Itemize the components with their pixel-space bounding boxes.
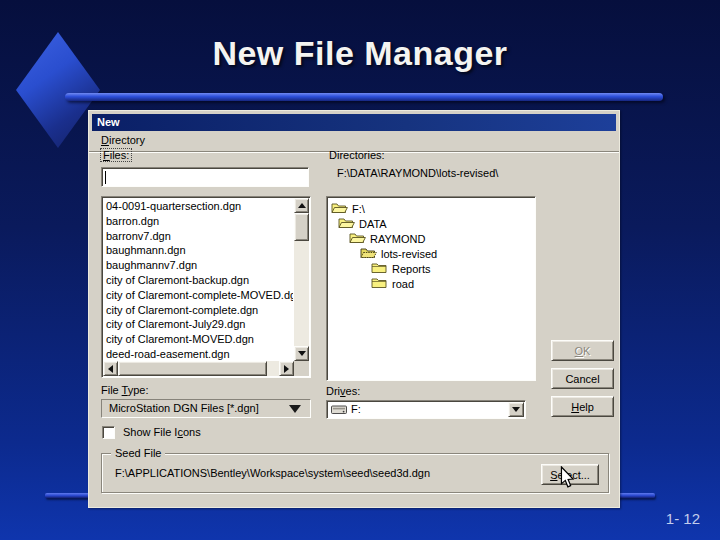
folder-open-icon (349, 231, 366, 246)
help-button[interactable]: Help (551, 396, 614, 417)
file-list-item[interactable]: city of Claremont-complete-MOVED.dgn (104, 288, 293, 303)
scroll-left-button[interactable] (103, 361, 118, 376)
files-label-text: iles: (110, 149, 130, 161)
title-underline-bar (65, 93, 663, 101)
file-type-label: File Type: (101, 384, 149, 396)
page-title: New File Manager (0, 34, 720, 73)
files-input-wrap (101, 167, 309, 187)
dialog-title: New (97, 116, 120, 128)
tree-item-data[interactable]: DATA (338, 216, 387, 231)
show-file-icons-checkbox[interactable] (102, 426, 115, 439)
files-input[interactable] (102, 168, 308, 186)
sfi-label-post: ons (183, 426, 201, 438)
ok-label-post: K (583, 345, 590, 357)
files-label-accel: F (103, 149, 110, 161)
vertical-scrollbar[interactable] (294, 198, 309, 361)
mouse-cursor-icon (560, 466, 575, 493)
file-list-item[interactable]: 04-0091-quartersection.dgn (104, 199, 293, 214)
dialog-titlebar[interactable]: New (92, 114, 616, 131)
file-list-item[interactable]: barronv7.dgn (104, 229, 293, 244)
folder-open-icon (331, 201, 348, 216)
folder-closed-icon (371, 261, 388, 276)
menu-directory-label: irectory (109, 134, 145, 146)
tree-item-label: lots-revised (381, 248, 437, 260)
tree-item-road[interactable]: road (371, 276, 414, 291)
file-list-item[interactable]: city of Claremont-MOVED.dgn (104, 332, 293, 347)
tree-item-drive-root[interactable]: F:\ (331, 201, 365, 216)
directories-path: F:\DATA\RAYMOND\lots-revised\ (337, 167, 498, 179)
scrollbar-corner (294, 361, 309, 376)
down-arrow-icon (298, 351, 306, 356)
ok-button[interactable]: OK (551, 340, 614, 361)
tree-item-label: Reports (392, 263, 431, 275)
tree-item-label: RAYMOND (370, 233, 425, 245)
up-arrow-icon (298, 203, 306, 208)
drive-icon (331, 405, 347, 417)
cancel-label: Cancel (565, 373, 599, 385)
folder-open-current-icon (360, 246, 377, 261)
file-list-item[interactable]: city of Claremont-complete.dgn (104, 303, 293, 318)
files-label-wrap: Files: (100, 149, 132, 161)
new-file-dialog: New Directory Files: 04-0091-quartersect… (88, 110, 620, 508)
menu-directory-accel: D (101, 134, 109, 146)
drives-value: F: (351, 401, 361, 418)
tree-item-label: road (392, 278, 414, 290)
tree-item-label: F:\ (352, 203, 365, 215)
scroll-up-button[interactable] (294, 198, 309, 213)
help-label-accel: H (571, 401, 579, 413)
vertical-scroll-thumb[interactable] (294, 213, 309, 241)
seed-file-path: F:\APPLICATIONS\Bentley\Workspace\system… (115, 467, 430, 479)
file-list-item[interactable]: barron.dgn (104, 214, 293, 229)
drives-dropdown-button[interactable] (508, 402, 524, 417)
file-list-item[interactable]: city of Claremont-backup.dgn (104, 273, 293, 288)
file-type-label-post: ype: (128, 384, 149, 396)
right-arrow-icon (284, 365, 289, 373)
file-list-item[interactable]: baughmann.dgn (104, 243, 293, 258)
drives-label: Drives: (326, 385, 360, 397)
drives-combobox[interactable]: F: (326, 400, 526, 419)
dropdown-arrow-icon (289, 405, 301, 413)
dropdown-arrow-icon (512, 407, 520, 412)
show-file-icons-label: Show File Icons (123, 426, 201, 438)
file-type-value: MicroStation DGN Files [*.dgn] (109, 402, 259, 414)
file-type-label-pre: File (101, 384, 122, 396)
files-listbox: 04-0091-quartersection.dgn barron.dgn ba… (101, 196, 311, 378)
slide: New File Manager 1- 12 New Directory Fil… (0, 0, 720, 540)
sfi-label-pre: Show File I (123, 426, 177, 438)
horizontal-scrollbar[interactable] (103, 361, 294, 376)
directories-treebox: F:\ DATA RAYMOND lots-revised Reports ro… (326, 196, 536, 381)
tree-item-lots-revised[interactable]: lots-revised (360, 246, 437, 261)
ok-label-accel: O (575, 345, 584, 357)
page-number: 1- 12 (666, 510, 700, 527)
scroll-right-button[interactable] (279, 361, 294, 376)
file-list-item[interactable]: baughmannv7.dgn (104, 258, 293, 273)
left-arrow-icon (108, 365, 113, 373)
help-label-post: elp (579, 401, 594, 413)
tree-item-reports[interactable]: Reports (371, 261, 431, 276)
tree-item-raymond[interactable]: RAYMOND (349, 231, 425, 246)
files-label: Files: (100, 148, 132, 162)
folder-closed-icon (371, 276, 388, 291)
menu-bar: Directory (92, 131, 616, 150)
scroll-down-button[interactable] (294, 346, 309, 361)
horizontal-scroll-thumb[interactable] (118, 361, 267, 376)
drives-label-pre: Dri (326, 385, 340, 397)
drives-label-post: es: (346, 385, 361, 397)
tree-item-label: DATA (359, 218, 387, 230)
file-list-item[interactable]: city of Claremont-July29.dgn (104, 317, 293, 332)
files-list: 04-0091-quartersection.dgn barron.dgn ba… (104, 199, 293, 360)
file-list-item[interactable]: deed-road-easement.dgn (104, 347, 293, 360)
file-type-dropdown[interactable]: MicroStation DGN Files [*.dgn] (101, 399, 311, 418)
cancel-button[interactable]: Cancel (551, 368, 614, 389)
text-caret (105, 171, 106, 184)
seed-file-group-label: Seed File (111, 447, 165, 459)
folder-open-icon (338, 216, 355, 231)
directories-label: Directories: (329, 149, 385, 161)
